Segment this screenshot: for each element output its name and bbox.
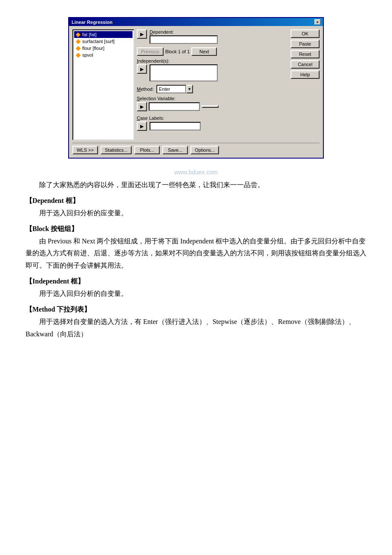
var-icon: 🔶: [75, 45, 81, 51]
method-field: Enter: [156, 85, 186, 93]
section2-heading: 【Block 按钮组】: [26, 225, 366, 234]
dialog-bottom-row: WLS >> Statistics... Plots... Save... Op…: [72, 143, 320, 154]
selection-rule-row: ▶: [137, 102, 288, 111]
options-button[interactable]: Options...: [190, 146, 219, 154]
list-item[interactable]: 🔶 flour [flour]: [74, 45, 133, 52]
dialog-titlebar: Linear Regression ×: [69, 18, 323, 26]
watermark-row: www.bduex.com: [26, 169, 366, 177]
section2-text: 由 Previous 和 Next 两个按钮组成，用于将下面 Independe…: [26, 235, 366, 272]
arrow-icon: ▶: [140, 66, 144, 72]
section3-heading: 【Independent 框】: [26, 277, 366, 286]
method-select-wrapper: Enter ▼: [156, 85, 193, 93]
list-item[interactable]: 🔶 fat [fat]: [74, 31, 133, 38]
reset-button[interactable]: Reset: [291, 50, 320, 58]
list-item[interactable]: 🔶 surfactant [surf]: [74, 38, 133, 45]
previous-button[interactable]: Previous: [137, 47, 164, 56]
method-value: Enter: [159, 87, 170, 92]
selection-arrow-button[interactable]: ▶: [137, 102, 147, 111]
linear-regression-dialog: Linear Regression × 🔶 fat [fat] 🔶: [68, 17, 324, 159]
dependent-field[interactable]: [150, 35, 218, 44]
independent-field[interactable]: [150, 64, 218, 81]
method-row: Method: Enter ▼: [137, 85, 288, 93]
independent-row: ▶: [137, 64, 288, 81]
independent-arrow-button[interactable]: ▶: [137, 64, 147, 74]
next-button[interactable]: Next: [191, 47, 217, 56]
section3-text: 用于选入回归分析的自变量。: [39, 288, 366, 300]
dialog-main-row: 🔶 fat [fat] 🔶 surfactant [surf] 🔶 flour …: [72, 29, 320, 140]
dependent-field-group: Dependent:: [150, 29, 218, 44]
close-icon[interactable]: ×: [314, 19, 320, 25]
method-label: Method:: [137, 87, 154, 92]
paste-button[interactable]: Paste: [291, 40, 320, 48]
dialog-title: Linear Regression: [72, 20, 112, 25]
arrow-icon: ▶: [140, 104, 144, 110]
plots-button[interactable]: Plots...: [134, 146, 160, 154]
var-label: surfactant [surf]: [82, 39, 115, 44]
case-labels-arrow-button[interactable]: ▶: [137, 121, 147, 131]
dependent-section: ▶ Dependent:: [137, 29, 288, 44]
right-panel: OK Paste Reset Cancel Help: [291, 29, 320, 140]
independents-label: Independent(s):: [137, 58, 288, 64]
section4-heading: 【Method 下拉列表】: [26, 305, 366, 314]
block-row: Previous Block 1 of 1 Next: [137, 47, 288, 56]
var-label: flour [flour]: [82, 46, 104, 51]
variable-list[interactable]: 🔶 fat [fat] 🔶 surfactant [surf] 🔶 flour …: [72, 29, 134, 140]
case-labels-field[interactable]: [150, 122, 201, 130]
watermark-text: www.bduex.com: [174, 169, 218, 176]
case-labels-section: Case Labels: ▶: [137, 116, 288, 131]
section1-heading: 【Dependent 框】: [26, 197, 366, 205]
block-label: Block 1 of 1: [165, 49, 190, 54]
var-label: fat [fat]: [82, 32, 97, 37]
help-button[interactable]: Help: [291, 70, 320, 79]
dependent-arrow-button[interactable]: ▶: [137, 29, 147, 39]
save-button[interactable]: Save...: [162, 146, 188, 154]
var-icon: 🔶: [75, 38, 81, 44]
method-dropdown-button[interactable]: ▼: [186, 85, 193, 93]
selection-var-label: Selection Variable:: [137, 96, 288, 101]
list-item[interactable]: 🔶 spvol: [74, 52, 133, 58]
var-icon: 🔶: [75, 52, 81, 58]
var-icon: 🔶: [75, 32, 81, 38]
case-labels-row: ▶: [137, 121, 288, 131]
cancel-button[interactable]: Cancel: [291, 60, 320, 69]
body-content: 除了大家熟悉的内容以外，里面还出现了一些特色菜，让我们来一一品尝。 【Depen…: [26, 179, 366, 340]
var-label: spvol: [82, 52, 93, 58]
section1-text: 用于选入回归分析的应变量。: [39, 207, 366, 220]
independent-section: Independent(s): ▶: [137, 58, 288, 81]
selection-var-section: Selection Variable: ▶: [137, 96, 288, 111]
wls-button[interactable]: WLS >>: [72, 146, 98, 154]
arrow-icon: ▶: [140, 32, 144, 37]
dialog-body: 🔶 fat [fat] 🔶 surfactant [surf] 🔶 flour …: [69, 26, 323, 158]
section4-text: 用于选择对自变量的选入方法，有 Enter（强行进入法）、Stepwise（逐步…: [26, 316, 366, 341]
titlebar-buttons: ×: [314, 19, 320, 25]
dependent-label: Dependent:: [150, 29, 218, 35]
selection-var-field[interactable]: [149, 102, 200, 111]
statistics-button[interactable]: Statistics...: [101, 146, 132, 154]
center-panel: ▶ Dependent: Previous: [137, 29, 288, 140]
arrow-icon: ▶: [140, 124, 144, 129]
intro-paragraph: 除了大家熟悉的内容以外，里面还出现了一些特色菜，让我们来一一品尝。: [26, 179, 366, 191]
case-labels-label: Case Labels:: [137, 116, 288, 121]
rule-button[interactable]: [202, 105, 219, 108]
ok-button[interactable]: OK: [291, 29, 320, 38]
